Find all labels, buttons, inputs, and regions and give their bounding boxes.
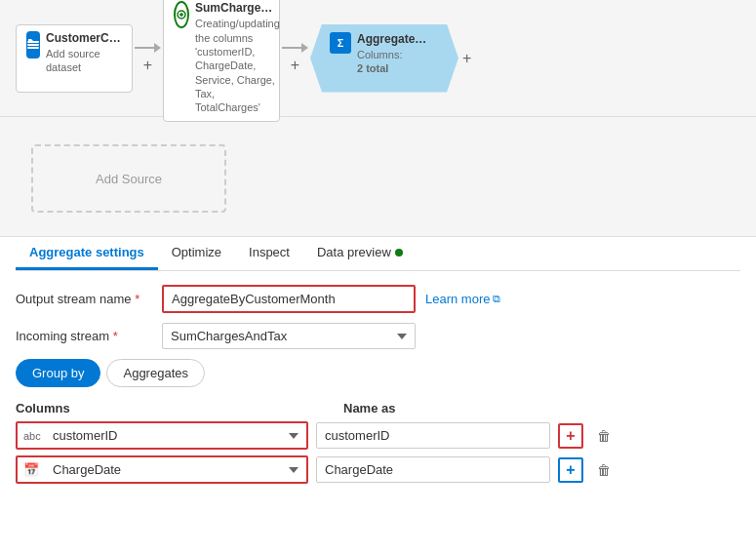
learn-more-link[interactable]: Learn more ⧉ [425,292,500,306]
column-headers-row: Columns Name as [16,401,740,415]
columns-header: Columns [16,401,308,415]
pipeline-node-aggregate: Σ AggregateByCustomer... Columns:2 total [310,24,458,93]
col-name-input-0[interactable] [316,422,550,449]
node-content-source: CustomerChargesDe... Add source dataset [46,31,124,75]
node-title-source: CustomerChargesDe... [46,31,124,45]
tab-aggregate-settings[interactable]: Aggregate settings [16,237,158,270]
incoming-stream-label: Incoming stream * [16,329,152,343]
toggle-group: Group by Aggregates [16,359,740,387]
output-stream-row: Output stream name * Learn more ⧉ [16,285,740,313]
col-select-wrapper-1: 📅 ChargeDate [16,455,308,484]
preview-dot [395,249,403,257]
required-marker: * [135,292,139,306]
node-title-aggregate: AggregateByCustomer... [357,32,435,46]
col-select-1[interactable]: ChargeDate [16,455,308,484]
add-source-label: Add Source [96,172,162,186]
aggregate-icon: Σ [330,32,351,54]
connector-1: + [135,43,161,74]
connector-2: + [282,43,308,74]
output-stream-label: Output stream name * [16,292,152,306]
add-col-btn-1[interactable]: + [558,457,583,483]
pipeline-node-transform: SumChargesAndTax Creating/updating the c… [163,0,280,122]
tabs-row: Aggregate settings Optimize Inspect Data… [16,237,740,271]
add-col-btn-0[interactable]: + [558,423,583,449]
node-content-transform: SumChargesAndTax Creating/updating the c… [195,1,280,114]
aggregates-toggle[interactable]: Aggregates [106,359,205,387]
pipeline-node-source: CustomerChargesDe... Add source dataset [16,24,133,93]
delete-col-btn-1[interactable]: 🗑 [591,457,617,483]
incoming-stream-select[interactable]: SumChargesAndTax [162,323,416,349]
delete-col-btn-0[interactable]: 🗑 [591,423,617,449]
node-content-aggregate: AggregateByCustomer... Columns:2 total [357,32,435,76]
dataset-icon [26,31,40,59]
node-title-transform: SumChargesAndTax [195,1,273,15]
output-stream-input[interactable] [162,285,416,313]
plus-btn-2[interactable]: + [291,57,299,74]
tab-inspect[interactable]: Inspect [235,237,303,270]
node-subtitle-source: Add source dataset [46,47,124,75]
required-marker-2: * [113,329,118,343]
svg-rect-2 [27,47,39,49]
node-box-transform[interactable]: SumChargesAndTax Creating/updating the c… [163,0,280,122]
node-box-source[interactable]: CustomerChargesDe... Add source dataset [16,24,133,93]
pipeline-area: CustomerChargesDe... Add source dataset … [0,0,756,117]
incoming-stream-row: Incoming stream * SumChargesAndTax [16,323,740,349]
node-subtitle-transform: Creating/updating the columns 'customerI… [195,17,280,114]
name-as-header: Name as [343,401,395,415]
col-name-input-1[interactable] [316,456,550,483]
plus-btn-1[interactable]: + [143,57,152,74]
column-row-0: abc customerID + 🗑 [16,421,740,450]
tab-data-preview[interactable]: Data preview [303,237,417,270]
tab-optimize[interactable]: Optimize [158,237,235,270]
group-by-toggle[interactable]: Group by [16,359,100,387]
plus-btn-3[interactable]: + [462,50,471,67]
external-link-icon: ⧉ [493,293,500,305]
settings-area: Aggregate settings Optimize Inspect Data… [0,237,756,501]
add-source-section: Add Source [0,117,756,237]
column-row-1: 📅 ChargeDate + 🗑 [16,455,740,484]
node-subtitle-aggregate: Columns:2 total [357,48,435,76]
svg-rect-0 [27,41,39,43]
col-select-wrapper-0: abc customerID [16,421,308,450]
node-box-aggregate[interactable]: Σ AggregateByCustomer... Columns:2 total [310,24,458,93]
svg-rect-1 [27,44,39,46]
transform-icon [174,1,189,28]
add-source-box[interactable]: Add Source [31,144,226,213]
col-select-0[interactable]: customerID [16,421,308,450]
